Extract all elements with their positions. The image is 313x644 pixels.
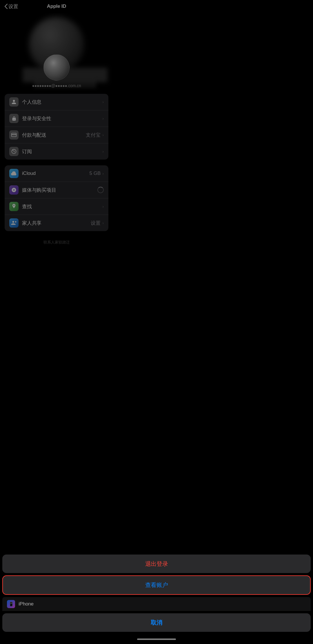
action-sheet-overlay[interactable]: [0, 0, 113, 335]
